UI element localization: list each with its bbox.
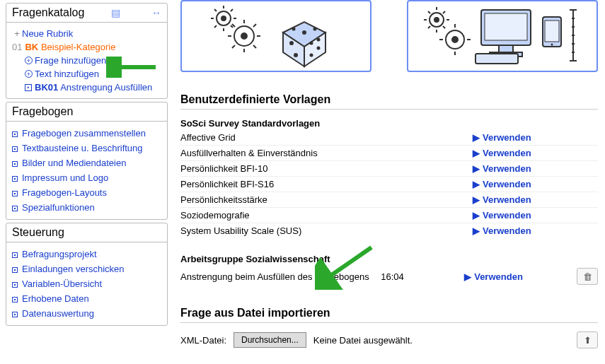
bullet-icon (12, 206, 18, 211)
annotation-arrow-icon (106, 57, 163, 78)
catalog-title: Fragenkatalog (12, 6, 84, 19)
bullet-icon (12, 161, 18, 167)
computer-devices-icon (421, 4, 584, 68)
nav-link[interactable]: Bilder und Mediendateien (22, 158, 126, 168)
nav-link[interactable]: Fragebogen-Layouts (22, 187, 107, 198)
table-row: Persönlichkeit BFI-10▶Verwenden (180, 161, 598, 177)
use-button[interactable]: ▶Verwenden (473, 132, 531, 143)
add-text-link[interactable]: Text hinzufügen (35, 69, 99, 79)
browse-button[interactable]: Durchsuchen... (234, 332, 306, 348)
plus-icon: + (12, 28, 22, 39)
bullet-icon (12, 191, 18, 196)
survey-panel: Fragebogen Fragebogen zusammenstellenTex… (6, 102, 168, 220)
nav-link[interactable]: Datenauswertung (22, 308, 94, 319)
table-row: Persönlichkeitsstärke▶Verwenden (180, 192, 598, 208)
template-name: Persönlichkeit BFI-10 (180, 161, 473, 177)
nav-link[interactable]: Textbausteine u. Beschriftung (22, 143, 143, 153)
template-name: Persönlichkeitsstärke (180, 192, 473, 208)
std-templates-table: Affective Grid▶VerwendenAusfüllverhalten… (180, 130, 598, 238)
table-row: Persönlichkeit BFI-S16▶Verwenden (180, 177, 598, 192)
template-name: Affective Grid (180, 130, 473, 146)
no-file-label: Keine Datei ausgewählt. (313, 335, 413, 346)
delete-button[interactable]: 🗑 (577, 268, 598, 285)
sidebar-item[interactable]: Impressum und Logo (12, 170, 161, 185)
sidebar-item[interactable]: Datenauswertung (12, 306, 161, 321)
nav-link[interactable]: Spezialfunktionen (22, 202, 95, 213)
new-section-link[interactable]: Neue Rubrik (22, 28, 73, 39)
expand-collapse-icon[interactable]: ↔ (151, 7, 161, 18)
sidebar: Fragenkatalog ▤ ↔ + Neue Rubrik 01 BK Be… (0, 0, 173, 364)
svg-point-11 (294, 53, 298, 57)
svg-rect-26 (545, 20, 559, 42)
bullet-icon (12, 252, 18, 258)
nav-link[interactable]: Variablen-Übersicht (22, 278, 102, 289)
use-button[interactable]: ▶Verwenden (473, 194, 531, 205)
add-question-link[interactable]: Frage hinzufügen (35, 55, 106, 66)
annotation-arrow-icon (315, 240, 379, 290)
question-icon: ▪ (25, 84, 32, 91)
template-name: Ausfüllverhalten & Einverständnis (180, 146, 473, 161)
bullet-icon (12, 131, 18, 137)
svg-point-8 (292, 28, 296, 31)
add-icon: + (25, 57, 33, 64)
control-panel: Steuerung BefragungsprojektEinladungen v… (6, 223, 168, 326)
group2-table: Anstrengung beim Ausfüllen des Frageboge… (180, 266, 598, 287)
table-row: Anstrengung beim Ausfüllen des Frageboge… (180, 266, 598, 287)
sidebar-item[interactable]: Einladungen verschicken (12, 262, 161, 276)
user-templates-title: Benutzerdefinierte Vorlagen (180, 93, 598, 110)
question-item-row[interactable]: ▪ BK01 Anstrengung Ausfüllen (25, 81, 161, 94)
svg-point-1 (221, 16, 226, 20)
nav-link[interactable]: Erhobene Daten (22, 293, 89, 304)
svg-point-14 (310, 54, 313, 57)
template-card-computer[interactable] (407, 0, 598, 72)
nav-link[interactable]: Befragungsprojekt (22, 249, 97, 259)
sidebar-item[interactable]: Spezialfunktionen (12, 200, 161, 215)
sidebar-item[interactable]: Befragungsprojekt (12, 247, 161, 262)
use-button[interactable]: ▶Verwenden (473, 225, 531, 236)
main-content: Benutzerdefinierte Vorlagen SoSci Survey… (173, 0, 605, 364)
sidebar-item[interactable]: Textbausteine u. Beschriftung (12, 141, 161, 155)
new-page-icon[interactable]: ▤ (111, 7, 120, 18)
add-icon: + (25, 70, 33, 78)
category-row[interactable]: 01 BK Beispiel-Kategorie (12, 40, 161, 54)
use-button[interactable]: ▶Verwenden (473, 163, 531, 174)
table-row: Soziodemografie▶Verwenden (180, 208, 598, 223)
template-card-dice[interactable] (180, 0, 371, 72)
bullet-icon (12, 146, 18, 152)
sidebar-item[interactable]: Erhobene Daten (12, 291, 161, 306)
upload-button[interactable]: ⬆ (577, 331, 598, 348)
svg-point-17 (434, 18, 439, 22)
question-item-link[interactable]: BK01 Anstrengung Ausfüllen (35, 82, 152, 93)
sidebar-item[interactable]: Fragebogen-Layouts (12, 185, 161, 200)
bullet-icon (12, 267, 18, 273)
svg-line-36 (325, 247, 371, 279)
svg-point-12 (310, 42, 313, 45)
table-row: Ausfüllverhalten & Einverständnis▶Verwen… (180, 146, 598, 161)
survey-title: Fragebogen (12, 105, 73, 118)
dice-gears-icon (205, 4, 347, 68)
import-title: Frage aus Datei importieren (180, 307, 598, 323)
new-section-row[interactable]: + Neue Rubrik (12, 27, 161, 40)
bullet-icon (12, 297, 18, 303)
use-button[interactable]: ▶Verwenden (473, 179, 531, 189)
use-button[interactable]: ▶Verwenden (473, 148, 531, 158)
catalog-panel: Fragenkatalog ▤ ↔ + Neue Rubrik 01 BK Be… (6, 3, 168, 99)
xml-label: XML-Datei: (180, 335, 226, 346)
svg-point-13 (317, 47, 321, 50)
template-time: 16:04 (381, 266, 464, 287)
sidebar-item[interactable]: Variablen-Übersicht (12, 276, 161, 291)
nav-link[interactable]: Impressum und Logo (22, 172, 108, 183)
table-row: System Usability Scale (SUS)▶Verwenden (180, 223, 598, 239)
nav-link[interactable]: Fragebogen zusammenstellen (22, 128, 146, 139)
table-row: Affective Grid▶Verwenden (180, 130, 598, 146)
nav-link[interactable]: Einladungen verschicken (22, 264, 125, 274)
svg-rect-24 (476, 54, 518, 64)
svg-point-10 (289, 41, 294, 45)
sidebar-item[interactable]: Bilder und Mediendateien (12, 155, 161, 170)
template-name: System Usability Scale (SUS) (180, 223, 473, 239)
use-button[interactable]: ▶Verwenden (464, 271, 523, 282)
use-button[interactable]: ▶Verwenden (473, 210, 531, 221)
bullet-icon (12, 176, 18, 182)
template-name: Soziodemografie (180, 208, 473, 223)
sidebar-item[interactable]: Fragebogen zusammenstellen (12, 126, 161, 141)
